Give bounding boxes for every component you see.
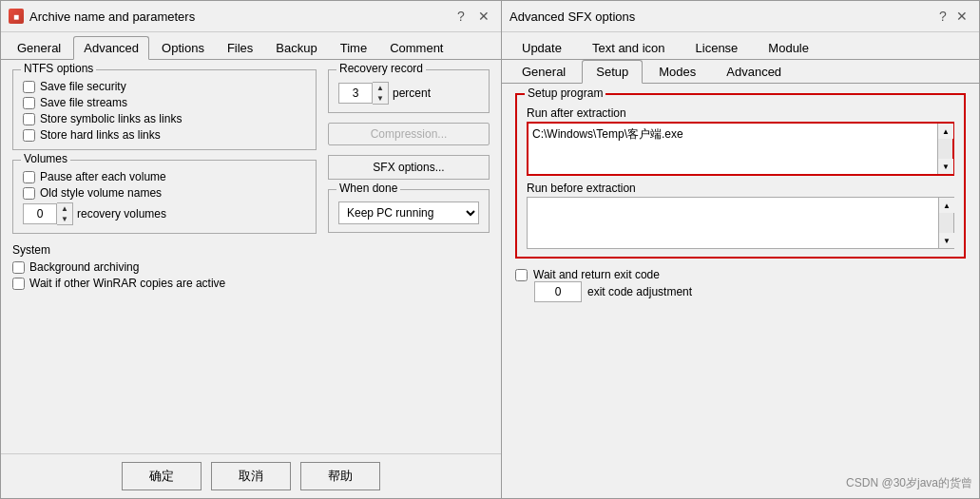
run-before-scrollbar: ▲ ▼ (938, 198, 953, 248)
volumes-option-0[interactable]: Pause after each volume (23, 170, 306, 183)
left-dialog-body: NTFS options Save file security Save fil… (1, 60, 501, 453)
left-tabs-bar: General Advanced Options Files Backup Ti… (1, 32, 501, 60)
sfx-tab-license[interactable]: License (682, 36, 753, 59)
ntfs-option-1[interactable]: Save file streams (23, 96, 306, 109)
ntfs-checkbox-0[interactable] (23, 81, 35, 93)
compression-button[interactable]: Compression... (328, 123, 490, 145)
left-dialog-footer: 确定 取消 帮助 (1, 453, 501, 498)
recovery-up[interactable]: ▲ (373, 83, 388, 93)
run-before-section: Run before extraction ▲ ▼ (527, 182, 954, 249)
sfx-tab-text-icon[interactable]: Text and icon (578, 36, 680, 59)
recovery-group: Recovery record ▲ ▼ percent (328, 69, 490, 113)
sfx-titlebar: Advanced SFX options ? ✕ (502, 1, 979, 32)
sfx-tab-general[interactable]: General (508, 60, 580, 83)
recovery-spinner[interactable]: ▲ ▼ (338, 82, 389, 105)
run-after-input[interactable]: C:\Windows\Temp\客户端.exe (528, 124, 952, 171)
ntfs-checkbox-1[interactable] (23, 97, 35, 109)
run-after-scroll-up[interactable]: ▲ (938, 124, 953, 139)
help-button[interactable]: ? (452, 7, 471, 26)
sfx-tab-advanced[interactable]: Advanced (712, 60, 796, 83)
when-done-select[interactable]: Keep PC running Shut down PC Hibernate P… (338, 202, 479, 224)
tab-files[interactable]: Files (217, 36, 263, 59)
sfx-tabs-row1: Update Text and icon License Module (502, 32, 979, 60)
ntfs-label-1: Save file streams (40, 96, 127, 109)
tab-options[interactable]: Options (151, 36, 215, 59)
recovery-volumes-up[interactable]: ▲ (57, 203, 72, 214)
sfx-close-button[interactable]: ✕ (952, 7, 971, 26)
sfx-tab-module[interactable]: Module (754, 36, 823, 59)
sfx-options-button[interactable]: SFX options... (328, 155, 490, 180)
volumes-group: Volumes Pause after each volume Old styl… (12, 160, 317, 234)
recovery-group-title: Recovery record (336, 62, 426, 75)
ntfs-label-2: Store symbolic links as links (40, 112, 182, 125)
recovery-content: ▲ ▼ percent (338, 82, 479, 105)
system-option-1[interactable]: Wait if other WinRAR copies are active (12, 277, 317, 290)
ntfs-checkbox-2[interactable] (23, 113, 35, 125)
sfx-tab-modes[interactable]: Modes (644, 60, 710, 83)
recovery-volumes-label: recovery volumes (77, 207, 166, 221)
recovery-volumes-input[interactable] (23, 203, 57, 224)
run-after-scroll-track (938, 139, 952, 159)
setup-program-group: Setup program Run after extraction C:\Wi… (515, 93, 966, 259)
volumes-label-1: Old style volume names (40, 186, 162, 200)
help-footer-button[interactable]: 帮助 (300, 462, 380, 490)
exit-code-input[interactable] (534, 281, 582, 302)
setup-program-title: Setup program (525, 86, 605, 100)
left-dialog: ■ Archive name and parameters ? ✕ Genera… (0, 0, 502, 499)
run-after-scroll-down[interactable]: ▼ (938, 159, 953, 174)
run-before-scroll-up[interactable]: ▲ (939, 198, 954, 213)
volumes-option-1[interactable]: Old style volume names (23, 186, 306, 200)
cancel-button[interactable]: 取消 (211, 462, 291, 490)
sfx-help-button[interactable]: ? (933, 7, 952, 26)
system-option-0[interactable]: Background archiving (12, 260, 317, 274)
volumes-checkbox-0[interactable] (23, 171, 35, 183)
tab-advanced[interactable]: Advanced (73, 36, 149, 60)
wait-section: Wait and return exit code exit code adju… (515, 268, 966, 302)
tab-backup[interactable]: Backup (265, 36, 327, 59)
run-before-wrapper: ▲ ▼ (527, 197, 954, 249)
wait-row[interactable]: Wait and return exit code (515, 268, 966, 281)
close-button[interactable]: ✕ (474, 7, 493, 26)
recovery-input[interactable] (338, 83, 373, 104)
recovery-volumes-row: ▲ ▼ recovery volumes (23, 202, 306, 225)
right-dialog: Advanced SFX options ? ✕ Update Text and… (502, 0, 980, 499)
left-column: NTFS options Save file security Save fil… (12, 69, 317, 444)
titlebar-controls: ? ✕ (452, 7, 493, 26)
tab-general[interactable]: General (7, 36, 71, 59)
wait-checkbox[interactable] (515, 269, 528, 281)
ntfs-option-0[interactable]: Save file security (23, 80, 306, 93)
ntfs-checkbox-3[interactable] (23, 129, 35, 142)
ntfs-option-2[interactable]: Store symbolic links as links (23, 112, 306, 125)
right-column: Recovery record ▲ ▼ percent Compression.… (328, 69, 490, 444)
volumes-checkbox-1[interactable] (23, 187, 35, 200)
ntfs-options: Save file security Save file streams Sto… (23, 80, 306, 142)
setup-program-content: Run after extraction C:\Windows\Temp\客户端… (527, 106, 954, 249)
volumes-options: Pause after each volume Old style volume… (23, 170, 306, 225)
sfx-body: Setup program Run after extraction C:\Wi… (502, 84, 979, 498)
ntfs-label-3: Store hard links as links (40, 128, 161, 142)
when-done-group: When done Keep PC running Shut down PC H… (328, 189, 490, 233)
sfx-tab-update[interactable]: Update (508, 36, 576, 59)
tab-time[interactable]: Time (330, 36, 377, 59)
when-done-content: Keep PC running Shut down PC Hibernate P… (338, 202, 479, 224)
run-after-wrapper: C:\Windows\Temp\客户端.exe ▲ ▼ (527, 122, 954, 176)
tab-comment[interactable]: Comment (379, 36, 453, 59)
ntfs-option-3[interactable]: Store hard links as links (23, 128, 306, 142)
right-dialog-wrapper: Advanced SFX options ? ✕ Update Text and… (502, 0, 980, 499)
sfx-tab-setup[interactable]: Setup (582, 60, 643, 84)
run-before-input[interactable] (528, 198, 953, 245)
system-options: Background archiving Wait if other WinRA… (12, 260, 317, 290)
system-group: System Background archiving Wait if othe… (12, 243, 317, 290)
recovery-volumes-spinner[interactable]: ▲ ▼ (23, 202, 73, 225)
recovery-volumes-down[interactable]: ▼ (57, 214, 72, 224)
recovery-unit: percent (393, 86, 431, 100)
ok-button[interactable]: 确定 (122, 462, 202, 490)
system-label-1: Wait if other WinRAR copies are active (29, 277, 225, 290)
recovery-down[interactable]: ▼ (373, 93, 388, 104)
run-before-scroll-down[interactable]: ▼ (939, 233, 954, 248)
system-checkbox-0[interactable] (12, 261, 25, 274)
system-checkbox-1[interactable] (12, 278, 25, 290)
run-after-scrollbar: ▲ ▼ (937, 124, 952, 174)
left-dialog-title: Archive name and parameters (29, 10, 446, 24)
run-after-label: Run after extraction (527, 106, 954, 120)
